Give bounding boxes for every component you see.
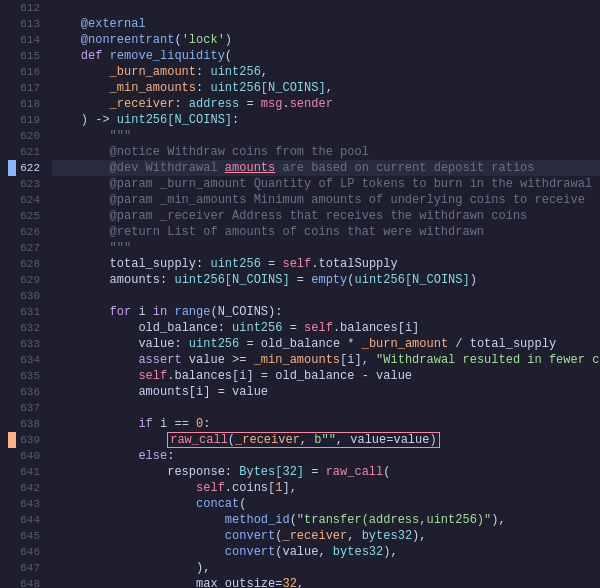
line-number: 648 — [16, 576, 40, 588]
code-line: _burn_amount: uint256, — [52, 64, 600, 80]
code-content[interactable]: @external @nonreentrant('lock') def remo… — [48, 0, 600, 588]
line-number: 615 — [16, 48, 40, 64]
line-number: 634 — [16, 352, 40, 368]
line-number: 637 — [16, 400, 40, 416]
line-number: 641 — [16, 464, 40, 480]
code-line: @param _min_amounts Minimum amounts of u… — [52, 192, 600, 208]
line-number: 623 — [16, 176, 40, 192]
code-line: self.balances[i] = old_balance - value — [52, 368, 600, 384]
line-number: 630 — [16, 288, 40, 304]
code-line: @param _receiver Address that receives t… — [52, 208, 600, 224]
code-editor: 6126136146156166176186196206216226236246… — [8, 0, 600, 588]
code-line: convert(_receiver, bytes32), — [52, 528, 600, 544]
line-number: 612 — [16, 0, 40, 16]
line-number: 613 — [16, 16, 40, 32]
code-line: amounts[i] = value — [52, 384, 600, 400]
line-number: 616 — [16, 64, 40, 80]
line-number: 633 — [16, 336, 40, 352]
code-line: _min_amounts: uint256[N_COINS], — [52, 80, 600, 96]
line-number: 638 — [16, 416, 40, 432]
code-line: @dev Withdrawal amounts are based on cur… — [52, 160, 600, 176]
code-line: concat( — [52, 496, 600, 512]
line-number: 647 — [16, 560, 40, 576]
code-line: old_balance: uint256 = self.balances[i] — [52, 320, 600, 336]
line-number: 640 — [16, 448, 40, 464]
line-number: 619 — [16, 112, 40, 128]
code-line: ) -> uint256[N_COINS]: — [52, 112, 600, 128]
code-line: @nonreentrant('lock') — [52, 32, 600, 48]
code-line: """ — [52, 240, 600, 256]
code-line: ), — [52, 560, 600, 576]
code-line — [52, 0, 600, 16]
code-line: max_outsize=32, — [52, 576, 600, 588]
line-number: 635 — [16, 368, 40, 384]
line-number: 617 — [16, 80, 40, 96]
code-line: raw_call(_receiver, b"", value=value) — [52, 432, 600, 448]
line-number: 620 — [16, 128, 40, 144]
line-number: 624 — [16, 192, 40, 208]
code-line: @external — [52, 16, 600, 32]
line-number: 628 — [16, 256, 40, 272]
line-number: 614 — [16, 32, 40, 48]
line-number: 627 — [16, 240, 40, 256]
line-number: 645 — [16, 528, 40, 544]
code-line: value: uint256 = old_balance * _burn_amo… — [52, 336, 600, 352]
line-number: 621 — [16, 144, 40, 160]
code-line: self.coins[1], — [52, 480, 600, 496]
code-line: @notice Withdraw coins from the pool — [52, 144, 600, 160]
sidebar-left — [0, 0, 8, 588]
code-line: """ — [52, 128, 600, 144]
code-line — [52, 288, 600, 304]
code-line — [52, 400, 600, 416]
code-line: method_id("transfer(address,uint256)"), — [52, 512, 600, 528]
line-number: 636 — [16, 384, 40, 400]
code-line: @return List of amounts of coins that we… — [52, 224, 600, 240]
line-number: 639 — [16, 432, 40, 448]
line-number: 622 — [16, 160, 40, 176]
code-line: assert value >= _min_amounts[i], "Withdr… — [52, 352, 600, 368]
line-number: 629 — [16, 272, 40, 288]
line-number: 642 — [16, 480, 40, 496]
code-line: for i in range(N_COINS): — [52, 304, 600, 320]
line-numbers: 6126136146156166176186196206216226236246… — [16, 0, 48, 588]
line-number: 618 — [16, 96, 40, 112]
line-number: 643 — [16, 496, 40, 512]
line-number: 632 — [16, 320, 40, 336]
code-line: if i == 0: — [52, 416, 600, 432]
code-line: else: — [52, 448, 600, 464]
line-number: 625 — [16, 208, 40, 224]
code-line: amounts: uint256[N_COINS] = empty(uint25… — [52, 272, 600, 288]
code-line: @param _burn_amount Quantity of LP token… — [52, 176, 600, 192]
code-line: response: Bytes[32] = raw_call( — [52, 464, 600, 480]
code-line: total_supply: uint256 = self.totalSupply — [52, 256, 600, 272]
code-line: _receiver: address = msg.sender — [52, 96, 600, 112]
code-line: def remove_liquidity( — [52, 48, 600, 64]
line-number: 626 — [16, 224, 40, 240]
line-number: 644 — [16, 512, 40, 528]
line-number: 646 — [16, 544, 40, 560]
indicator-gutter — [8, 0, 16, 588]
code-line: convert(value, bytes32), — [52, 544, 600, 560]
line-number: 631 — [16, 304, 40, 320]
